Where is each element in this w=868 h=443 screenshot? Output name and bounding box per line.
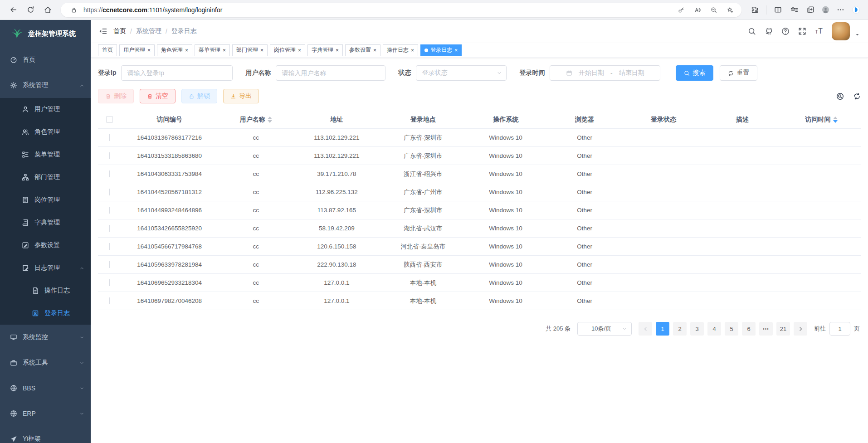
- copilot-icon[interactable]: [850, 4, 862, 16]
- table-row[interactable]: 1641069798270046208cc127.0.0.1本地-本机Windo…: [98, 292, 861, 310]
- row-checkbox[interactable]: [109, 152, 110, 159]
- sidebar-item-14[interactable]: BBS: [0, 375, 91, 401]
- row-checkbox[interactable]: [109, 134, 110, 141]
- tab-7[interactable]: 参数设置×: [345, 44, 380, 56]
- sidebar-fold-icon[interactable]: [99, 27, 107, 35]
- table-row[interactable]: 1641031367863177216cc113.102.129.221广东省-…: [98, 129, 861, 147]
- close-tab-icon[interactable]: ×: [298, 48, 301, 53]
- row-checkbox[interactable]: [109, 170, 110, 177]
- sidebar-item-15[interactable]: ERP: [0, 401, 91, 426]
- table-row[interactable]: 1641069652933218304cc127.0.0.1本地-本机Windo…: [98, 274, 861, 292]
- browser-home-icon[interactable]: [41, 3, 54, 17]
- export-button[interactable]: 导出: [223, 89, 259, 103]
- prev-page-button[interactable]: [639, 322, 652, 336]
- row-checkbox[interactable]: [109, 189, 110, 195]
- read-aloud-icon[interactable]: [691, 3, 704, 17]
- status-select[interactable]: 登录状态: [416, 65, 507, 81]
- sidebar-item-8[interactable]: 参数设置: [0, 234, 91, 257]
- refresh-table-icon[interactable]: [853, 92, 861, 100]
- tab-9[interactable]: 登录日志×: [420, 44, 462, 56]
- sidebar-item-2[interactable]: 用户管理: [0, 98, 91, 121]
- sidebar-item-0[interactable]: 首页: [0, 47, 91, 73]
- login-ip-input[interactable]: [121, 65, 233, 81]
- next-page-button[interactable]: [794, 322, 807, 336]
- goto-page-input[interactable]: [829, 322, 850, 336]
- tab-2[interactable]: 角色管理×: [157, 44, 192, 56]
- browser-back-icon[interactable]: [6, 3, 20, 17]
- row-checkbox[interactable]: [109, 207, 110, 214]
- page-size-select[interactable]: 10条/页: [577, 322, 632, 336]
- browser-profile-avatar[interactable]: [820, 5, 831, 15]
- table-row[interactable]: 1641059633978281984cc222.90.130.18陕西省-西安…: [98, 256, 861, 274]
- username-input[interactable]: [276, 65, 385, 81]
- collections-icon[interactable]: [804, 3, 817, 17]
- table-row[interactable]: 1641031533185863680cc113.102.129.221广东省-…: [98, 147, 861, 165]
- sidebar-item-13[interactable]: 系统工具: [0, 350, 91, 375]
- row-checkbox[interactable]: [109, 243, 110, 250]
- breadcrumb-home[interactable]: 首页: [113, 27, 126, 35]
- browser-menu-icon[interactable]: [834, 3, 847, 17]
- sidebar-item-1[interactable]: 系统管理: [0, 73, 91, 98]
- close-tab-icon[interactable]: ×: [260, 48, 263, 53]
- page-button-1[interactable]: 1: [656, 322, 669, 336]
- col-header-user[interactable]: 用户名称: [218, 116, 293, 124]
- fullscreen-icon[interactable]: [798, 27, 806, 35]
- password-icon[interactable]: [674, 3, 688, 17]
- tab-8[interactable]: 操作日志×: [383, 44, 418, 56]
- reset-button[interactable]: 重置: [720, 65, 757, 81]
- toggle-search-icon[interactable]: [836, 92, 844, 100]
- app-logo[interactable]: 意框架管理系统: [0, 20, 91, 47]
- page-button-6[interactable]: 6: [742, 322, 756, 336]
- table-row[interactable]: 1641043063331753984cc39.171.210.78浙江省-绍兴…: [98, 165, 861, 183]
- split-screen-icon[interactable]: [771, 3, 785, 17]
- select-all-checkbox[interactable]: [106, 116, 113, 123]
- tab-3[interactable]: 菜单管理×: [195, 44, 230, 56]
- close-tab-icon[interactable]: ×: [373, 48, 376, 53]
- row-checkbox[interactable]: [109, 279, 110, 286]
- page-button-21[interactable]: 21: [776, 322, 790, 336]
- favorites-icon[interactable]: [787, 3, 801, 17]
- github-icon[interactable]: [765, 27, 773, 35]
- font-size-icon[interactable]: TT: [815, 27, 823, 35]
- tab-0[interactable]: 首页: [98, 44, 117, 56]
- avatar-caret-icon[interactable]: [855, 32, 860, 37]
- sort-carets-icon[interactable]: [833, 117, 838, 123]
- close-tab-icon[interactable]: ×: [454, 48, 458, 53]
- date-range-picker[interactable]: 开始日期 - 结束日期: [550, 65, 660, 81]
- table-row[interactable]: 1641044520567181312cc112.96.225.132广东省-广…: [98, 183, 861, 201]
- sidebar-item-6[interactable]: 岗位管理: [0, 189, 91, 211]
- page-button-3[interactable]: 3: [690, 322, 704, 336]
- more-pages-button[interactable]: •••: [759, 322, 773, 336]
- page-button-5[interactable]: 5: [725, 322, 738, 336]
- tab-6[interactable]: 字典管理×: [307, 44, 343, 56]
- sidebar-item-16[interactable]: Yi框架: [0, 426, 91, 443]
- site-lock-icon[interactable]: [67, 3, 81, 17]
- sidebar-item-12[interactable]: 系统监控: [0, 325, 91, 350]
- col-header-time[interactable]: 访问时间: [782, 116, 861, 124]
- extensions-icon[interactable]: [748, 3, 761, 17]
- sidebar-item-10[interactable]: 操作日志: [0, 279, 91, 302]
- tab-4[interactable]: 部门管理×: [232, 44, 268, 56]
- sidebar-item-11[interactable]: 登录日志: [0, 302, 91, 325]
- tab-1[interactable]: 用户管理×: [119, 44, 155, 56]
- add-favorite-icon[interactable]: [723, 3, 737, 17]
- help-icon[interactable]: [781, 27, 790, 35]
- sidebar-item-5[interactable]: 部门管理: [0, 166, 91, 189]
- clear-button[interactable]: 清空: [140, 89, 176, 103]
- tab-5[interactable]: 岗位管理×: [270, 44, 305, 56]
- page-button-2[interactable]: 2: [673, 322, 687, 336]
- zoom-out-icon[interactable]: [707, 3, 721, 17]
- page-button-4[interactable]: 4: [707, 322, 721, 336]
- close-tab-icon[interactable]: ×: [185, 48, 188, 53]
- sidebar-item-3[interactable]: 角色管理: [0, 121, 91, 143]
- sort-carets-icon[interactable]: [268, 117, 272, 123]
- close-tab-icon[interactable]: ×: [147, 48, 151, 53]
- search-button[interactable]: 搜索: [676, 65, 713, 81]
- row-checkbox[interactable]: [109, 261, 110, 268]
- table-row[interactable]: 1641054566717984768cc120.6.150.158河北省-秦皇…: [98, 238, 861, 256]
- table-row[interactable]: 1641053426655825920cc58.19.42.209湖北省-武汉市…: [98, 219, 861, 238]
- table-row[interactable]: 1641044993248464896cc113.87.92.165广东省-深圳…: [98, 201, 861, 219]
- close-tab-icon[interactable]: ×: [336, 48, 339, 53]
- sidebar-item-4[interactable]: 菜单管理: [0, 143, 91, 166]
- user-avatar[interactable]: [832, 22, 850, 40]
